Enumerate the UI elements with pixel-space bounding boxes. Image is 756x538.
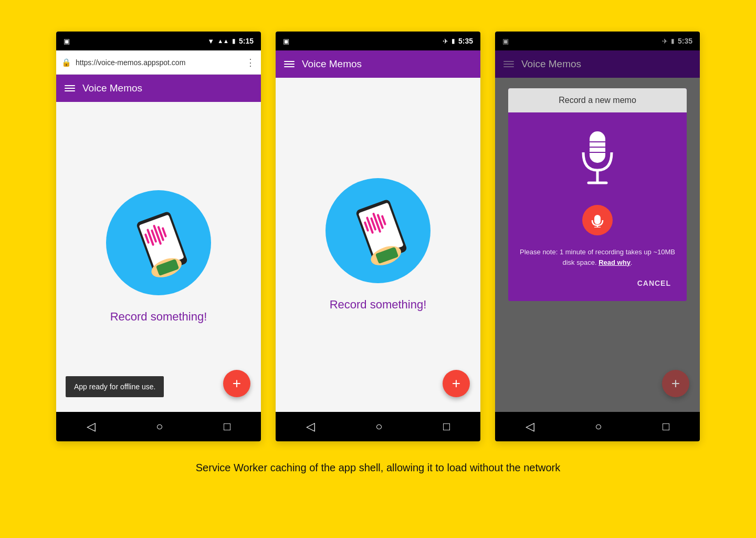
sim-icon-3: ▣ (502, 37, 509, 45)
recents-button-3[interactable]: □ (663, 420, 669, 433)
status-bar-2: ▣ ✈ ▮ 5:35 (276, 32, 480, 50)
recents-button-1[interactable]: □ (224, 420, 230, 433)
mic-large-icon (574, 127, 621, 192)
home-button-3[interactable]: ○ (595, 420, 602, 433)
url-text[interactable]: https://voice-memos.appspot.com (76, 58, 242, 67)
lock-icon: 🔒 (61, 58, 71, 67)
status-bar-3: ▣ ✈ ▮ 5:35 (495, 32, 700, 50)
sim-icon: ▣ (64, 37, 70, 45)
time-3: 5:35 (678, 37, 692, 45)
phone-content-1: Record something! App ready for offline … (56, 102, 261, 412)
read-why-link[interactable]: Read why (598, 258, 631, 266)
time-2: 5:35 (458, 37, 473, 45)
app-bar-1: Voice Memos (56, 75, 261, 102)
app-bar-3: Voice Memos (495, 50, 700, 78)
phone-3: ▣ ✈ ▮ 5:35 Voice Memos Record a new memo (495, 32, 700, 441)
app-title-1: Voice Memos (82, 82, 142, 94)
phone-content-2: Record something! + (276, 78, 480, 412)
time-1: 5:15 (239, 37, 254, 45)
nav-bar-3: ◁ ○ □ (495, 412, 700, 441)
svg-rect-26 (594, 215, 601, 224)
hamburger-menu-icon-3 (503, 61, 514, 67)
illustration-svg-1 (117, 201, 201, 285)
dialog-note: Please note: 1 minute of recording takes… (519, 247, 676, 267)
url-bar: 🔒 https://voice-memos.appspot.com ⋮ (56, 50, 261, 75)
fab-2[interactable]: + (443, 370, 470, 397)
airplane-icon-2: ✈ (443, 37, 448, 45)
nav-bar-2: ◁ ○ □ (276, 412, 480, 441)
dialog-title: Record a new memo (508, 88, 687, 112)
signal-icon: ▲▲ (217, 38, 229, 44)
app-title-2: Voice Memos (302, 58, 362, 70)
battery-icon-2: ▮ (452, 37, 455, 45)
overflow-menu-icon[interactable]: ⋮ (246, 57, 256, 68)
caption: Service Worker caching of the app shell,… (196, 460, 560, 475)
hamburger-menu-icon[interactable] (65, 85, 75, 91)
battery-icon-3: ▮ (671, 37, 675, 45)
fab-3[interactable]: + (662, 370, 689, 397)
phone-1: ▣ ▼ ▲▲ ▮ 5:15 🔒 https://voice-memos.apps… (56, 32, 261, 441)
app-bar-2: Voice Memos (276, 50, 480, 78)
phone-2: ▣ ✈ ▮ 5:35 Voice Memos (276, 32, 480, 441)
phone-content-3: Record a new memo (495, 78, 700, 412)
home-button-2[interactable]: ○ (375, 420, 382, 433)
fab-1[interactable]: + (223, 370, 250, 397)
sim-icon-2: ▣ (283, 37, 289, 45)
back-button-2[interactable]: ◁ (306, 420, 315, 433)
wifi-icon: ▼ (207, 37, 214, 45)
airplane-icon-3: ✈ (662, 37, 668, 45)
recents-button-2[interactable]: □ (443, 420, 450, 433)
cancel-button[interactable]: CANCEL (635, 275, 673, 292)
status-bar-1: ▣ ▼ ▲▲ ▮ 5:15 (56, 32, 261, 50)
record-illustration-1 (106, 190, 211, 295)
hamburger-menu-icon-2[interactable] (284, 61, 295, 67)
illustration-svg-2 (336, 189, 420, 273)
battery-icon-1: ▮ (232, 37, 236, 45)
home-button-1[interactable]: ○ (156, 420, 163, 433)
dialog-overlay: Record a new memo (495, 78, 700, 412)
back-button-1[interactable]: ◁ (87, 420, 96, 433)
nav-bar-1: ◁ ○ □ (56, 412, 261, 441)
app-title-3: Voice Memos (521, 58, 581, 70)
record-button[interactable] (582, 205, 613, 235)
screenshots-row: ▣ ▼ ▲▲ ▮ 5:15 🔒 https://voice-memos.apps… (56, 32, 700, 441)
record-label-1: Record something! (110, 310, 207, 324)
record-label-2: Record something! (330, 298, 427, 312)
dialog-body: Please note: 1 minute of recording takes… (508, 112, 687, 301)
record-illustration-2 (326, 178, 430, 283)
back-button-3[interactable]: ◁ (526, 420, 534, 433)
snackbar: App ready for offline use. (66, 376, 164, 397)
dialog-box: Record a new memo (508, 88, 687, 301)
